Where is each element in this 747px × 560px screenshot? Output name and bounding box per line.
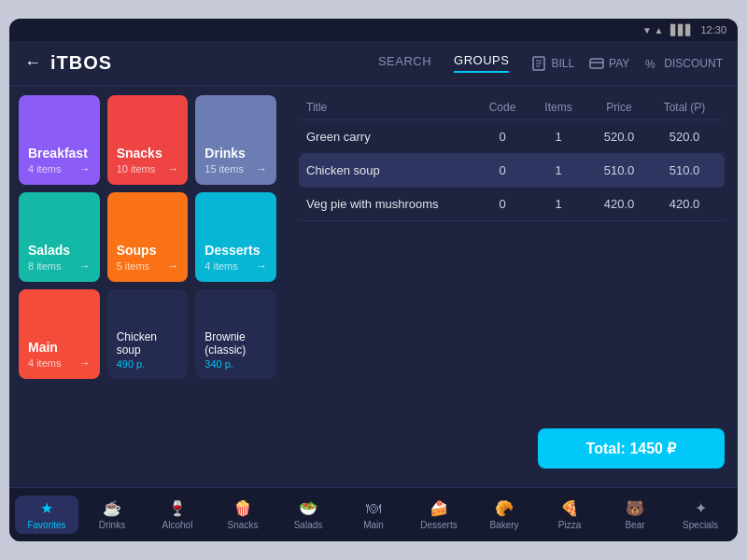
right-panel: Title Code Items Price Total (P) Green c… <box>286 86 738 487</box>
main-area: Breakfast 4 items → Snacks 10 items → Dr… <box>9 86 738 487</box>
left-panel: Breakfast 4 items → Snacks 10 items → Dr… <box>9 86 286 487</box>
col-total: Total (P) <box>652 101 717 114</box>
cat-name: Salads <box>28 243 91 258</box>
row-total: 510.0 <box>652 163 717 177</box>
table-row[interactable]: Green carry 0 1 520.0 520.0 <box>299 120 725 154</box>
arrow-icon: → <box>167 162 178 175</box>
cat-count: 5 items <box>117 260 149 272</box>
row-code: 0 <box>474 130 530 144</box>
nav-specials[interactable]: ✦ Specials <box>669 496 732 534</box>
item-chicken-soup[interactable]: Chicken soup 490 р. <box>107 289 189 379</box>
pay-action[interactable]: PAY <box>589 56 629 71</box>
nav-alcohol[interactable]: 🍷 Alcohol <box>146 496 209 534</box>
cat-name: Drinks <box>204 146 267 161</box>
item-price: 490 р. <box>117 358 179 370</box>
nav-salads[interactable]: 🥗 Salads <box>276 496 340 534</box>
time-display: 12:30 <box>700 24 726 35</box>
col-price: Price <box>586 101 652 114</box>
row-title: Veg pie with mushrooms <box>306 197 474 211</box>
row-price: 420.0 <box>586 197 652 211</box>
discount-label: DISCOUNT <box>664 57 723 70</box>
cat-count: 10 items <box>117 163 156 175</box>
table-row[interactable]: Veg pie with mushrooms 0 1 420.0 420.0 <box>299 188 725 221</box>
nav-snacks[interactable]: 🍿 Snacks <box>211 496 275 534</box>
pizza-icon: 🍕 <box>560 499 579 517</box>
category-grid: Breakfast 4 items → Snacks 10 items → Dr… <box>19 95 276 379</box>
row-code: 0 <box>474 197 530 211</box>
cat-meta: 4 items → <box>28 162 91 175</box>
nav-drinks[interactable]: ☕ Drinks <box>80 496 144 534</box>
category-snacks[interactable]: Snacks 10 items → <box>107 95 189 185</box>
pay-label: PAY <box>609 57 629 70</box>
nav-bakery[interactable]: 🥐 Bakery <box>472 496 536 534</box>
row-items: 1 <box>530 197 586 211</box>
row-title: Chicken soup <box>306 163 474 177</box>
nav-bear[interactable]: 🐻 Bear <box>603 496 667 534</box>
table-rows: Green carry 0 1 520.0 520.0 Chicken soup… <box>299 120 725 419</box>
cat-count: 4 items <box>28 357 61 369</box>
desserts-icon: 🍰 <box>430 499 448 517</box>
app-window: ▼ ▲ ▋▋▋ 12:30 ← iTBOS SEARCH GROUPS BILL… <box>9 19 738 541</box>
col-items: Items <box>530 101 586 114</box>
salads-icon: 🥗 <box>299 499 317 517</box>
cat-name: Snacks <box>117 146 179 161</box>
arrow-icon: → <box>256 162 267 175</box>
header-actions: BILL PAY % DISCOUNT <box>531 56 723 71</box>
nav-label: Desserts <box>420 520 457 530</box>
table-row[interactable]: Chicken soup 0 1 510.0 510.0 <box>299 154 725 188</box>
nav-tabs: SEARCH GROUPS <box>378 53 510 73</box>
nav-pizza[interactable]: 🍕 Pizza <box>538 496 601 534</box>
nav-main[interactable]: 🍽 Main <box>342 497 405 534</box>
row-price: 520.0 <box>586 130 652 144</box>
category-breakfast[interactable]: Breakfast 4 items → <box>19 95 100 185</box>
nav-label: Main <box>363 520 384 530</box>
specials-icon: ✦ <box>695 499 707 517</box>
tab-groups[interactable]: GROUPS <box>454 53 509 73</box>
discount-action[interactable]: % DISCOUNT <box>644 56 723 71</box>
category-desserts[interactable]: Desserts 4 items → <box>195 192 276 282</box>
total-row: Total: 1450 ₽ <box>299 419 725 478</box>
arrow-icon: → <box>167 259 178 273</box>
row-title: Green carry <box>306 130 474 144</box>
nav-desserts[interactable]: 🍰 Desserts <box>407 496 471 534</box>
item-brownie[interactable]: Brownie (classic) 340 р. <box>195 289 276 379</box>
arrow-icon: → <box>256 259 267 273</box>
table-header: Title Code Items Price Total (P) <box>299 95 725 120</box>
bottom-nav: ★ Favorites ☕ Drinks 🍷 Alcohol 🍿 Snacks … <box>9 487 738 541</box>
svg-rect-4 <box>590 59 603 68</box>
alcohol-icon: 🍷 <box>168 499 187 517</box>
cat-meta: 4 items → <box>28 357 91 370</box>
nav-label: Salads <box>294 520 323 530</box>
row-code: 0 <box>474 163 530 177</box>
header: ← iTBOS SEARCH GROUPS BILL PAY % DISCOUN… <box>9 41 738 86</box>
nav-label: Favorites <box>27 520 65 530</box>
category-main[interactable]: Main 4 items → <box>19 289 100 379</box>
cat-meta: 15 items → <box>204 162 267 175</box>
back-button[interactable]: ← <box>24 53 41 73</box>
bill-action[interactable]: BILL <box>531 56 574 71</box>
status-bar: ▼ ▲ ▋▋▋ 12:30 <box>9 19 738 41</box>
nav-label: Drinks <box>99 520 125 530</box>
cat-name: Main <box>28 340 91 355</box>
nav-favorites[interactable]: ★ Favorites <box>15 496 78 534</box>
row-items: 1 <box>530 163 586 177</box>
arrow-icon: → <box>79 259 91 273</box>
bill-label: BILL <box>551 57 574 70</box>
total-button[interactable]: Total: 1450 ₽ <box>538 428 725 469</box>
cat-count: 4 items <box>204 260 237 272</box>
item-name: Brownie (classic) <box>204 330 267 357</box>
nav-label: Snacks <box>228 520 259 530</box>
col-code: Code <box>474 101 530 114</box>
bakery-icon: 🥐 <box>495 499 514 517</box>
signal-icon: ▋▋▋ <box>670 24 693 36</box>
row-total: 420.0 <box>652 197 717 211</box>
row-items: 1 <box>530 130 586 144</box>
arrow-icon: → <box>79 357 91 370</box>
cat-count: 8 items <box>28 260 61 272</box>
category-soups[interactable]: Soups 5 items → <box>107 192 189 282</box>
category-salads[interactable]: Salads 8 items → <box>19 192 100 282</box>
snacks-icon: 🍿 <box>233 499 252 517</box>
cat-meta: 4 items → <box>204 259 267 273</box>
tab-search[interactable]: SEARCH <box>378 54 431 72</box>
category-drinks[interactable]: Drinks 15 items → <box>195 95 276 185</box>
